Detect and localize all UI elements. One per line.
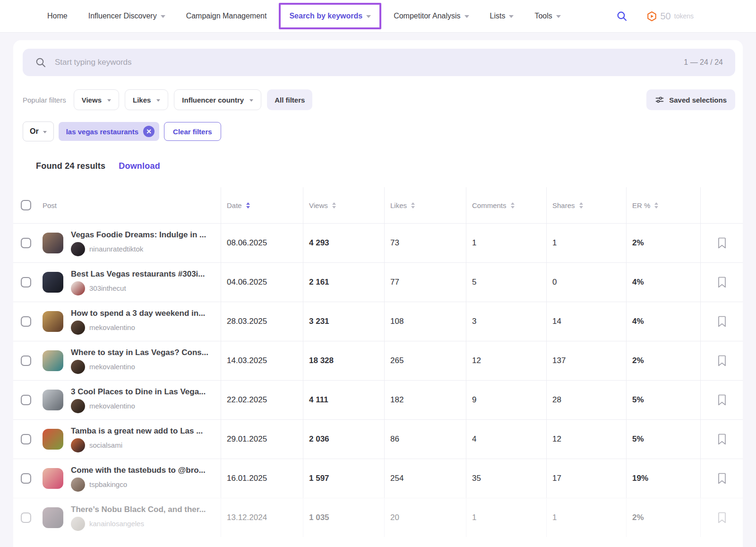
row-checkbox[interactable] (21, 434, 31, 444)
post-title[interactable]: Come with the tastebuds to @bro... (71, 466, 206, 475)
chevron-down-icon (107, 99, 111, 102)
row-checkbox[interactable] (21, 395, 31, 405)
column-er[interactable]: ER % (626, 187, 700, 223)
bookmark-icon[interactable] (717, 473, 727, 484)
column-views[interactable]: Views (303, 187, 384, 223)
post-thumbnail[interactable] (43, 507, 63, 528)
views-cell: 1 597 (303, 459, 384, 498)
all-filters-button[interactable]: All filters (267, 89, 312, 110)
nav-item-label: Competitor Analysis (394, 12, 460, 20)
bookmark-icon[interactable] (717, 355, 727, 366)
post-thumbnail[interactable] (43, 468, 63, 489)
post-thumbnail[interactable] (43, 272, 63, 293)
nav-item-influencer-discovery[interactable]: Influencer Discovery (88, 12, 165, 20)
er-cell: 5% (626, 381, 700, 419)
post-cell: There’s Nobu Black Cod, and ther... kana… (13, 498, 221, 537)
er-cell: 2% (626, 224, 700, 262)
column-shares[interactable]: Shares (546, 187, 626, 223)
download-link[interactable]: Download (119, 161, 160, 171)
author-username[interactable]: socialsami (89, 441, 122, 449)
author-avatar (71, 360, 85, 374)
sort-icon (332, 202, 336, 208)
nav-item-tools[interactable]: Tools (534, 12, 560, 20)
post-title[interactable]: There’s Nobu Black Cod, and ther... (71, 505, 206, 514)
post-author: tspbakingco (71, 478, 206, 492)
bookmark-cell (700, 420, 743, 459)
nav-item-competitor-analysis[interactable]: Competitor Analysis (394, 12, 469, 20)
comments-cell: 12 (466, 341, 546, 380)
nav-item-campaign-management[interactable]: Campaign Management (186, 12, 267, 20)
column-likes[interactable]: Likes (384, 187, 466, 223)
search-icon[interactable] (616, 10, 627, 22)
author-username[interactable]: mekovalentino (89, 323, 135, 331)
bookmark-icon[interactable] (717, 316, 727, 327)
operator-dropdown[interactable]: Or (23, 122, 54, 141)
post-title[interactable]: Best Las Vegas restaurants #303i... (71, 269, 205, 279)
bookmark-cell (700, 341, 743, 380)
clear-filters-button[interactable]: Clear filters (164, 122, 221, 141)
author-username[interactable]: tspbakingco (89, 480, 127, 488)
influencer-country-filter-dropdown[interactable]: Influencer country (174, 89, 261, 110)
nav-item-label: Influencer Discovery (88, 12, 157, 20)
row-checkbox[interactable] (21, 277, 31, 287)
bookmark-icon[interactable] (717, 237, 727, 249)
post-thumbnail[interactable] (43, 233, 63, 253)
post-title[interactable]: How to spend a 3 day weekend in... (71, 309, 205, 318)
author-username[interactable]: kanainlosangeles (89, 520, 144, 528)
select-all-checkbox[interactable] (21, 200, 31, 210)
er-cell: 5% (626, 420, 700, 459)
post-title[interactable]: Tamba is a great new add to Las ... (71, 426, 203, 436)
row-checkbox[interactable] (21, 316, 31, 327)
shares-cell: 14 (546, 302, 626, 341)
post-title[interactable]: Vegas Foodie Dreams: Indulge in ... (71, 230, 206, 240)
author-username[interactable]: mekovalentino (89, 363, 135, 371)
nav-item-home[interactable]: Home (47, 12, 68, 20)
date-cell: 29.01.2025 (221, 420, 303, 459)
row-checkbox[interactable] (21, 512, 31, 523)
bookmark-icon[interactable] (717, 394, 727, 406)
author-username[interactable]: mekovalentino (89, 402, 135, 410)
remove-keyword-icon[interactable]: ✕ (143, 126, 155, 137)
likes-filter-dropdown[interactable]: Likes (125, 89, 168, 110)
post-thumbnail[interactable] (43, 350, 63, 371)
tokens-balance[interactable]: 50 tokens (646, 11, 694, 22)
chevron-down-icon (556, 15, 561, 18)
keyword-search-section: 1 — 24 / 24 (13, 40, 743, 83)
views-filter-dropdown[interactable]: Views (74, 89, 119, 110)
row-checkbox[interactable] (21, 473, 31, 484)
saved-selections-button[interactable]: Saved selections (646, 89, 735, 110)
table-row: Come with the tastebuds to @bro... tspba… (13, 459, 743, 498)
column-post: Post (13, 187, 221, 223)
post-title[interactable]: 3 Cool Places to Dine in Las Vega... (71, 387, 206, 397)
row-checkbox[interactable] (21, 356, 31, 366)
column-comments[interactable]: Comments (466, 187, 546, 223)
keyword-search-input[interactable] (55, 58, 675, 67)
post-thumbnail[interactable] (43, 390, 63, 410)
table-body: Vegas Foodie Dreams: Indulge in ... nina… (13, 223, 743, 537)
table-row: How to spend a 3 day weekend in... mekov… (13, 302, 743, 341)
nav-item-lists[interactable]: Lists (490, 12, 514, 20)
popular-filters-row: Popular filters Views Likes Influencer c… (13, 83, 743, 115)
bookmark-icon[interactable] (717, 277, 727, 288)
active-nav-highlight-box: Search by keywords (279, 3, 381, 29)
nav-item-search-by-keywords[interactable]: Search by keywords (289, 12, 371, 20)
column-date[interactable]: Date (221, 187, 303, 223)
bookmark-icon[interactable] (717, 434, 727, 445)
views-cell: 2 036 (303, 420, 384, 459)
chevron-down-icon (156, 99, 160, 102)
sort-icon (411, 202, 415, 208)
navbar-right-group: 50 tokens (616, 10, 694, 22)
post-thumbnail[interactable] (43, 311, 63, 332)
bookmark-icon[interactable] (717, 512, 727, 523)
table-row: 3 Cool Places to Dine in Las Vega... mek… (13, 380, 743, 419)
post-info: Best Las Vegas restaurants #303i... 303i… (71, 269, 205, 295)
row-checkbox[interactable] (21, 238, 31, 248)
column-label: Comments (472, 201, 507, 209)
likes-cell: 182 (384, 381, 466, 419)
author-username[interactable]: 303inthecut (89, 284, 126, 292)
author-username[interactable]: ninaunratedtiktok (89, 245, 143, 253)
post-title[interactable]: Where to stay in Las Vegas? Cons... (71, 348, 208, 357)
post-info: Vegas Foodie Dreams: Indulge in ... nina… (71, 230, 206, 256)
post-thumbnail[interactable] (43, 429, 63, 450)
filter-label: Views (82, 96, 102, 104)
